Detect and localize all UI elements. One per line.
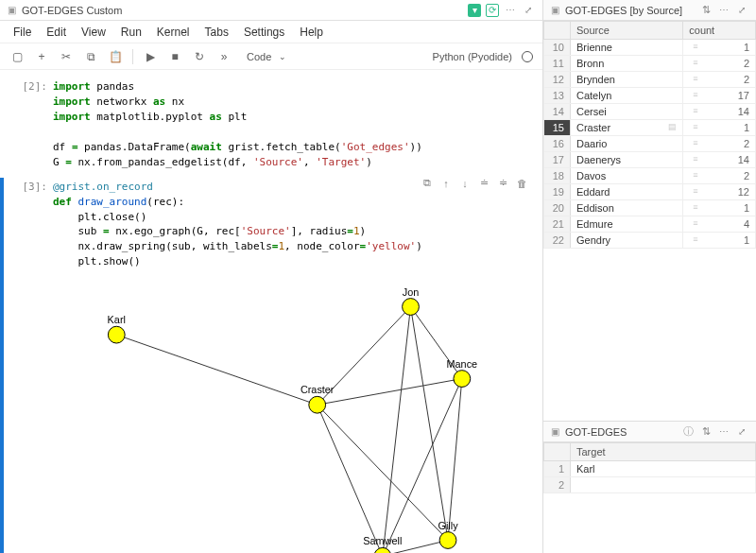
target-table[interactable]: Target 1Karl2 [543,442,756,553]
code-cell-3[interactable]: ⧉ ↑ ↓ ≐ ≑ 🗑 [3]: @grist.on_record def dr… [0,178,542,553]
cell-count[interactable]: ≡4 [683,216,756,233]
insert-below-icon[interactable]: ≑ [495,176,510,191]
table-row[interactable]: 17Daenerys≡14 [544,152,756,168]
expand-icon[interactable]: ⤢ [735,4,748,17]
chart-icon: ≡ [689,234,697,244]
duplicate-icon[interactable]: ⧉ [420,176,435,191]
menu-run[interactable]: Run [121,26,142,39]
expand-icon[interactable]: ⤢ [522,4,535,17]
cell-count[interactable]: ≡17 [683,88,756,104]
menu-file[interactable]: File [13,26,31,39]
col-source[interactable]: Source [571,22,683,40]
table-row[interactable]: 18Davos≡2 [544,168,756,184]
table-row[interactable]: 21Edmure≡4 [544,216,756,233]
stop-icon[interactable]: ■ [167,49,182,64]
chart-icon: ≡ [689,170,697,180]
paste-icon[interactable]: 📋 [108,49,123,64]
table-row[interactable]: 10Brienne≡1 [544,40,756,56]
row-number: 22 [544,233,571,249]
run-icon[interactable]: ▶ [143,49,158,64]
table-row[interactable]: 13Catelyn≡17 [544,88,756,104]
kernel-status-icon[interactable] [522,51,533,62]
cut-icon[interactable]: ✂ [59,49,74,64]
cell-count[interactable]: ≡2 [683,56,756,72]
cell-source[interactable]: Bronn [571,56,683,72]
cell-count[interactable]: ≡2 [683,72,756,88]
filter-icon[interactable]: ▾ [468,4,481,17]
graph-edge [383,307,411,553]
cell-source[interactable]: Gendry [571,233,683,249]
left-widget-header: ▣ GOT-EDGES Custom ▾ ⟳ ⋯ ⤢ [0,0,542,21]
save-icon[interactable]: ▢ [9,49,25,64]
table-icon: ▣ [551,426,559,437]
row-number: 11 [544,56,571,72]
cell-count[interactable]: ≡12 [683,184,756,200]
cell-source[interactable]: Eddison [571,200,683,216]
cell-count[interactable]: ≡14 [683,152,756,168]
restart-icon[interactable]: ↻ [192,49,207,64]
cell-source[interactable]: Daario [571,136,683,152]
cell-count[interactable]: ≡1 [683,233,756,249]
delete-icon[interactable]: 🗑 [514,176,529,191]
cell-source[interactable]: Catelyn [571,88,683,104]
table-row[interactable]: 20Eddison≡1 [544,200,756,216]
insert-above-icon[interactable]: ≐ [476,176,491,191]
more-icon[interactable]: ⋯ [717,4,730,17]
row-number: 2 [544,477,571,493]
cell-source[interactable]: Edmure [571,216,683,233]
table-row[interactable]: 12Brynden≡2 [544,72,756,88]
menu-help[interactable]: Help [300,26,323,39]
add-cell-icon[interactable]: + [34,49,49,64]
cell-target[interactable]: Karl [571,461,756,477]
move-down-icon[interactable]: ↓ [457,176,472,191]
cell-source[interactable]: Cersei [571,104,683,120]
info-icon[interactable]: ⓘ [683,424,694,439]
cell-source[interactable]: Eddard [571,184,683,200]
kernel-name[interactable]: Python (Pyodide) [433,51,512,62]
menu-view[interactable]: View [81,26,106,39]
right-bottom-title: GOT-EDGES [565,426,678,438]
menu-edit[interactable]: Edit [46,26,66,39]
cell-type-select[interactable]: Code ⌄ [241,50,292,63]
code-editor[interactable]: import pandas import networkx as nx impo… [53,78,535,172]
cell-source[interactable]: Craster▤ [571,120,683,136]
cell-count[interactable]: ≡1 [683,40,756,56]
chart-icon: ≡ [689,58,697,67]
menu-tabs[interactable]: Tabs [205,26,229,39]
col-count[interactable]: count [683,22,756,40]
filter-icon[interactable]: ⇅ [699,425,713,439]
table-row[interactable]: 1Karl [544,461,756,477]
more-icon[interactable]: ⋯ [717,425,730,439]
expand-icon[interactable]: ⤢ [735,425,748,439]
code-cell-2[interactable]: [2]: import pandas import networkx as nx… [0,78,542,172]
cell-count[interactable]: ≡1 [683,120,756,136]
notebook-body[interactable]: [2]: import pandas import networkx as nx… [0,70,542,553]
col-target[interactable]: Target [571,443,756,461]
code-editor[interactable]: @grist.on_record def draw_around(rec): p… [53,178,535,272]
table-row[interactable]: 14Cersei≡14 [544,104,756,120]
filter-icon[interactable]: ⇅ [699,4,713,17]
source-table[interactable]: Source count 10Brienne≡111Bronn≡212Brynd… [543,21,756,421]
refresh-icon[interactable]: ⟳ [486,4,499,17]
forward-icon[interactable]: » [216,49,232,64]
table-row[interactable]: 19Eddard≡12 [544,184,756,200]
cell-source[interactable]: Davos [571,168,683,184]
table-row[interactable]: 11Bronn≡2 [544,56,756,72]
table-row[interactable]: 22Gendry≡1 [544,233,756,249]
cell-count[interactable]: ≡2 [683,168,756,184]
cell-target[interactable] [571,477,756,493]
cell-source[interactable]: Brienne [571,40,683,56]
cell-count[interactable]: ≡2 [683,136,756,152]
copy-icon[interactable]: ⧉ [83,49,98,64]
menu-settings[interactable]: Settings [244,26,284,39]
move-up-icon[interactable]: ↑ [438,176,454,191]
more-icon[interactable]: ⋯ [504,4,517,17]
cell-source[interactable]: Brynden [571,72,683,88]
menu-kernel[interactable]: Kernel [157,26,190,39]
table-row[interactable]: 16Daario≡2 [544,136,756,152]
cell-count[interactable]: ≡1 [683,200,756,216]
cell-count[interactable]: ≡14 [683,104,756,120]
table-row[interactable]: 2 [544,477,756,493]
cell-source[interactable]: Daenerys [571,152,683,168]
table-row[interactable]: 15Craster▤≡1 [544,120,756,136]
